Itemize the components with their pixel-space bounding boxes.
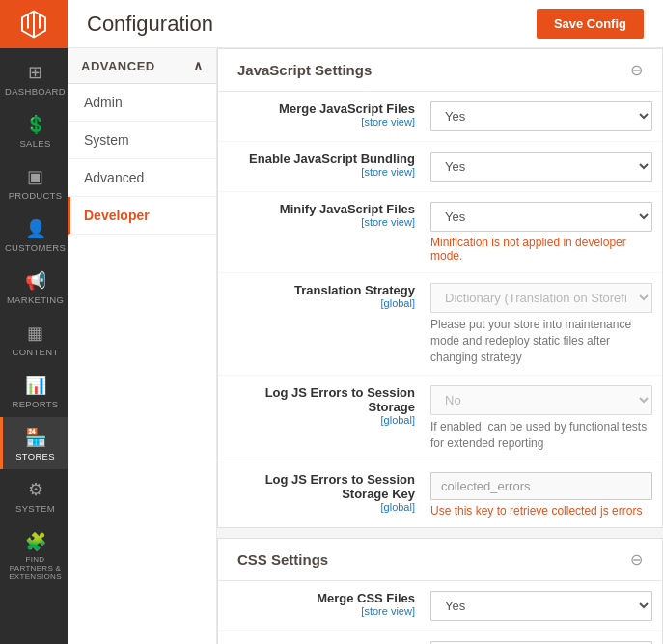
- customers-icon: 👤: [25, 218, 46, 239]
- secondary-sidebar: ADVANCED ∧ Admin System Advanced Develop…: [68, 48, 217, 644]
- secondary-sidebar-item-admin[interactable]: Admin: [68, 84, 216, 122]
- sidebar-item-reports-label: REPORTS: [13, 399, 59, 409]
- sales-icon: 💲: [25, 114, 46, 135]
- page-header: Configuration Save Config: [68, 0, 663, 48]
- reports-icon: 📊: [25, 375, 46, 396]
- merge-css-select[interactable]: YesNo: [430, 591, 652, 621]
- secondary-sidebar-title: ADVANCED: [81, 59, 155, 73]
- content-area: ADVANCED ∧ Admin System Advanced Develop…: [68, 48, 663, 644]
- translation-strategy-label: Translation Strategy: [237, 283, 415, 297]
- system-icon: ⚙: [28, 479, 43, 500]
- dashboard-icon: ⊞: [28, 62, 42, 83]
- log-js-errors-key-input[interactable]: [430, 472, 652, 500]
- secondary-sidebar-item-developer[interactable]: Developer: [68, 197, 216, 235]
- secondary-sidebar-item-system[interactable]: System: [68, 122, 216, 159]
- minify-js-hint: Minification is not applied in developer…: [430, 236, 652, 263]
- extensions-icon: 🧩: [25, 531, 46, 552]
- minify-css-row: Minify CSS Files [store view] YesNo Mini…: [218, 631, 662, 644]
- sidebar-item-products-label: PRODUCTS: [9, 190, 63, 201]
- translation-strategy-select[interactable]: Dictionary (Translation on Storefront: [430, 283, 652, 313]
- log-js-errors-key-label: Log JS Errors to Session Storage Key: [237, 472, 415, 501]
- log-js-errors-scope: [global]: [237, 414, 415, 426]
- css-settings-section: CSS Settings ⊖ Merge CSS Files [store vi…: [217, 538, 663, 644]
- merge-css-label: Merge CSS Files: [237, 591, 415, 605]
- content-icon: ▦: [27, 322, 43, 344]
- sidebar-item-extensions-label: FIND PARTNERS & EXTENSIONS: [7, 555, 64, 581]
- log-js-errors-hint: If enabled, can be used by functional te…: [430, 419, 652, 452]
- products-icon: ▣: [27, 166, 43, 187]
- merge-js-row: Merge JavaScript Files [store view] YesN…: [218, 92, 662, 142]
- merge-js-select[interactable]: YesNo: [430, 101, 652, 131]
- sidebar-item-content-label: CONTENT: [12, 347, 58, 357]
- log-js-errors-key-hint: Use this key to retrieve collected js er…: [430, 504, 652, 518]
- minify-js-row: Minify JavaScript Files [store view] Yes…: [218, 192, 662, 273]
- css-settings-toggle-icon: ⊖: [630, 550, 643, 569]
- save-config-button[interactable]: Save Config: [537, 9, 644, 39]
- sidebar-item-stores[interactable]: 🏪 STORES: [0, 417, 68, 469]
- javascript-settings-header[interactable]: JavaScript Settings ⊖: [218, 49, 662, 92]
- sidebar-item-system-label: SYSTEM: [15, 503, 55, 514]
- merge-css-row: Merge CSS Files [store view] YesNo: [218, 581, 662, 631]
- marketing-icon: 📢: [25, 270, 46, 292]
- sidebar-item-customers-label: CUSTOMERS: [5, 242, 66, 253]
- logo[interactable]: [0, 0, 68, 48]
- enable-js-bundling-select[interactable]: YesNo: [430, 152, 652, 182]
- sidebar-item-reports[interactable]: 📊 REPORTS: [0, 365, 68, 417]
- secondary-sidebar-item-advanced[interactable]: Advanced: [68, 159, 216, 197]
- sidebar-item-customers[interactable]: 👤 CUSTOMERS: [0, 209, 68, 261]
- enable-js-bundling-label: Enable JavaScript Bundling: [237, 152, 415, 166]
- sidebar-item-stores-label: STORES: [15, 451, 55, 462]
- sidebar-item-system[interactable]: ⚙ SYSTEM: [0, 469, 68, 521]
- page-title: Configuration: [87, 12, 213, 37]
- secondary-sidebar-header[interactable]: ADVANCED ∧: [68, 48, 216, 84]
- javascript-settings-section: JavaScript Settings ⊖ Merge JavaScript F…: [217, 48, 663, 528]
- sidebar-item-dashboard[interactable]: ⊞ DASHBOARD: [0, 52, 68, 104]
- main-area: Configuration Save Config ADVANCED ∧ Adm…: [68, 0, 663, 644]
- sidebar-item-content[interactable]: ▦ CONTENT: [0, 313, 68, 365]
- sidebar-item-sales-label: SALES: [19, 138, 50, 149]
- collapse-icon: ∧: [193, 58, 204, 73]
- log-js-errors-row: Log JS Errors to Session Storage [global…: [218, 376, 662, 462]
- merge-js-label: Merge JavaScript Files: [237, 101, 415, 116]
- css-settings-header[interactable]: CSS Settings ⊖: [218, 539, 662, 581]
- translation-strategy-hint: Please put your store into maintenance m…: [430, 317, 652, 365]
- log-js-errors-label: Log JS Errors to Session Storage: [237, 385, 415, 414]
- merge-css-scope: [store view]: [237, 605, 415, 617]
- translation-strategy-row: Translation Strategy [global] Dictionary…: [218, 273, 662, 376]
- sidebar-item-marketing-label: MARKETING: [7, 294, 64, 305]
- minify-js-scope: [store view]: [237, 216, 415, 228]
- sidebar-item-products[interactable]: ▣ PRODUCTS: [0, 156, 68, 209]
- minify-js-select[interactable]: YesNo: [430, 202, 652, 232]
- javascript-settings-title: JavaScript Settings: [237, 62, 372, 78]
- javascript-settings-toggle-icon: ⊖: [630, 61, 643, 79]
- sidebar-item-sales[interactable]: 💲 SALES: [0, 104, 68, 156]
- enable-js-bundling-row: Enable JavaScript Bundling [store view] …: [218, 142, 662, 192]
- css-settings-title: CSS Settings: [237, 551, 328, 568]
- sidebar-item-extensions[interactable]: 🧩 FIND PARTNERS & EXTENSIONS: [0, 521, 68, 589]
- enable-js-bundling-scope: [store view]: [237, 166, 415, 178]
- sidebar-item-marketing[interactable]: 📢 MARKETING: [0, 261, 68, 313]
- merge-js-scope: [store view]: [237, 116, 415, 127]
- left-sidebar: ⊞ DASHBOARD 💲 SALES ▣ PRODUCTS 👤 CUSTOME…: [0, 0, 68, 644]
- stores-icon: 🏪: [25, 427, 46, 448]
- log-js-errors-key-row: Log JS Errors to Session Storage Key [gl…: [218, 462, 662, 527]
- translation-strategy-scope: [global]: [237, 297, 415, 309]
- log-js-errors-select[interactable]: NoYes: [430, 385, 652, 415]
- log-js-errors-key-scope: [global]: [237, 501, 415, 513]
- config-content: JavaScript Settings ⊖ Merge JavaScript F…: [217, 48, 663, 644]
- sidebar-item-dashboard-label: DASHBOARD: [5, 86, 66, 97]
- minify-js-label: Minify JavaScript Files: [237, 202, 415, 216]
